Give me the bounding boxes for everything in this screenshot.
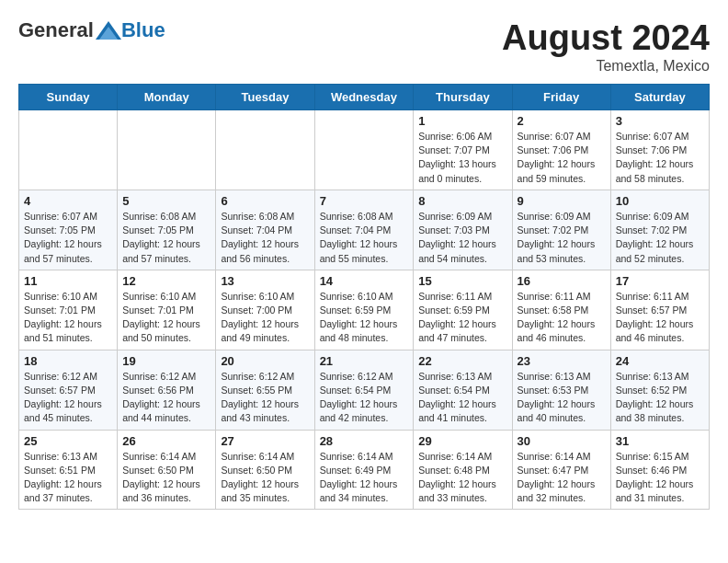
day-info: Sunrise: 6:13 AM Sunset: 6:51 PM Dayligh… [24, 450, 112, 506]
table-row: 21Sunrise: 6:12 AM Sunset: 6:54 PM Dayli… [314, 350, 414, 430]
day-number: 18 [24, 354, 112, 368]
logo-general: General [18, 18, 94, 42]
calendar-week-row: 4Sunrise: 6:07 AM Sunset: 7:05 PM Daylig… [19, 190, 710, 270]
day-info: Sunrise: 6:10 AM Sunset: 6:59 PM Dayligh… [320, 290, 409, 346]
table-row: 24Sunrise: 6:13 AM Sunset: 6:52 PM Dayli… [610, 350, 709, 430]
table-row: 9Sunrise: 6:09 AM Sunset: 7:02 PM Daylig… [512, 190, 610, 270]
day-number: 4 [24, 194, 112, 208]
day-info: Sunrise: 6:07 AM Sunset: 7:06 PM Dayligh… [518, 130, 606, 186]
table-row [216, 110, 314, 190]
weekday-header-friday: Friday [512, 85, 610, 110]
table-row: 5Sunrise: 6:08 AM Sunset: 7:05 PM Daylig… [118, 190, 216, 270]
day-info: Sunrise: 6:11 AM Sunset: 6:58 PM Dayligh… [518, 290, 606, 346]
table-row: 3Sunrise: 6:07 AM Sunset: 7:06 PM Daylig… [610, 110, 709, 190]
day-info: Sunrise: 6:10 AM Sunset: 7:01 PM Dayligh… [24, 290, 112, 346]
table-row [118, 110, 216, 190]
table-row: 7Sunrise: 6:08 AM Sunset: 7:04 PM Daylig… [314, 190, 414, 270]
day-number: 29 [418, 434, 506, 448]
day-number: 28 [320, 434, 409, 448]
table-row: 22Sunrise: 6:13 AM Sunset: 6:54 PM Dayli… [414, 350, 512, 430]
weekday-header-saturday: Saturday [610, 85, 709, 110]
day-number: 9 [518, 194, 606, 208]
day-info: Sunrise: 6:10 AM Sunset: 7:01 PM Dayligh… [122, 290, 210, 346]
day-number: 2 [518, 114, 606, 128]
table-row: 17Sunrise: 6:11 AM Sunset: 6:57 PM Dayli… [610, 270, 709, 350]
logo-blue: Blue [121, 18, 165, 42]
logo: General Blue [18, 18, 165, 42]
title-block: August 2024 Temextla, Mexico [502, 18, 710, 75]
day-info: Sunrise: 6:08 AM Sunset: 7:04 PM Dayligh… [320, 210, 409, 266]
table-row: 10Sunrise: 6:09 AM Sunset: 7:02 PM Dayli… [610, 190, 709, 270]
weekday-header-wednesday: Wednesday [314, 85, 414, 110]
day-number: 26 [122, 434, 210, 448]
day-number: 27 [221, 434, 309, 448]
table-row [19, 110, 118, 190]
day-number: 15 [418, 274, 506, 288]
day-info: Sunrise: 6:12 AM Sunset: 6:54 PM Dayligh… [320, 370, 409, 426]
table-row [314, 110, 414, 190]
table-row: 25Sunrise: 6:13 AM Sunset: 6:51 PM Dayli… [19, 430, 118, 510]
day-number: 10 [616, 194, 704, 208]
calendar-header-row: SundayMondayTuesdayWednesdayThursdayFrid… [19, 85, 710, 110]
table-row: 31Sunrise: 6:15 AM Sunset: 6:46 PM Dayli… [610, 430, 709, 510]
day-info: Sunrise: 6:14 AM Sunset: 6:50 PM Dayligh… [221, 450, 309, 506]
day-number: 20 [221, 354, 309, 368]
day-info: Sunrise: 6:11 AM Sunset: 6:59 PM Dayligh… [418, 290, 506, 346]
day-number: 11 [24, 274, 112, 288]
day-number: 23 [518, 354, 606, 368]
day-info: Sunrise: 6:06 AM Sunset: 7:07 PM Dayligh… [418, 130, 506, 186]
day-info: Sunrise: 6:10 AM Sunset: 7:00 PM Dayligh… [221, 290, 309, 346]
page-location: Temextla, Mexico [502, 58, 710, 75]
calendar-week-row: 18Sunrise: 6:12 AM Sunset: 6:57 PM Dayli… [19, 350, 710, 430]
weekday-header-sunday: Sunday [19, 85, 118, 110]
table-row: 23Sunrise: 6:13 AM Sunset: 6:53 PM Dayli… [512, 350, 610, 430]
table-row: 12Sunrise: 6:10 AM Sunset: 7:01 PM Dayli… [118, 270, 216, 350]
table-row: 8Sunrise: 6:09 AM Sunset: 7:03 PM Daylig… [414, 190, 512, 270]
day-number: 25 [24, 434, 112, 448]
page-header: General Blue August 2024 Temextla, Mexic… [18, 18, 710, 75]
weekday-header-thursday: Thursday [414, 85, 512, 110]
day-number: 31 [616, 434, 704, 448]
table-row: 27Sunrise: 6:14 AM Sunset: 6:50 PM Dayli… [216, 430, 314, 510]
day-number: 30 [518, 434, 606, 448]
table-row: 15Sunrise: 6:11 AM Sunset: 6:59 PM Dayli… [414, 270, 512, 350]
table-row: 29Sunrise: 6:14 AM Sunset: 6:48 PM Dayli… [414, 430, 512, 510]
day-info: Sunrise: 6:15 AM Sunset: 6:46 PM Dayligh… [616, 450, 704, 506]
table-row: 6Sunrise: 6:08 AM Sunset: 7:04 PM Daylig… [216, 190, 314, 270]
weekday-header-tuesday: Tuesday [216, 85, 314, 110]
day-info: Sunrise: 6:14 AM Sunset: 6:49 PM Dayligh… [320, 450, 409, 506]
day-info: Sunrise: 6:09 AM Sunset: 7:02 PM Dayligh… [616, 210, 704, 266]
table-row: 1Sunrise: 6:06 AM Sunset: 7:07 PM Daylig… [414, 110, 512, 190]
day-info: Sunrise: 6:12 AM Sunset: 6:57 PM Dayligh… [24, 370, 112, 426]
day-number: 21 [320, 354, 409, 368]
day-info: Sunrise: 6:14 AM Sunset: 6:47 PM Dayligh… [518, 450, 606, 506]
day-number: 1 [418, 114, 506, 128]
day-number: 5 [122, 194, 210, 208]
calendar-week-row: 1Sunrise: 6:06 AM Sunset: 7:07 PM Daylig… [19, 110, 710, 190]
table-row: 2Sunrise: 6:07 AM Sunset: 7:06 PM Daylig… [512, 110, 610, 190]
day-number: 22 [418, 354, 506, 368]
table-row: 18Sunrise: 6:12 AM Sunset: 6:57 PM Dayli… [19, 350, 118, 430]
day-info: Sunrise: 6:12 AM Sunset: 6:55 PM Dayligh… [221, 370, 309, 426]
day-number: 12 [122, 274, 210, 288]
table-row: 26Sunrise: 6:14 AM Sunset: 6:50 PM Dayli… [118, 430, 216, 510]
table-row: 13Sunrise: 6:10 AM Sunset: 7:00 PM Dayli… [216, 270, 314, 350]
day-number: 24 [616, 354, 704, 368]
day-number: 19 [122, 354, 210, 368]
day-info: Sunrise: 6:09 AM Sunset: 7:02 PM Dayligh… [518, 210, 606, 266]
day-number: 17 [616, 274, 704, 288]
day-info: Sunrise: 6:09 AM Sunset: 7:03 PM Dayligh… [418, 210, 506, 266]
logo-icon [96, 21, 121, 40]
day-number: 6 [221, 194, 309, 208]
day-number: 3 [616, 114, 704, 128]
day-info: Sunrise: 6:13 AM Sunset: 6:54 PM Dayligh… [418, 370, 506, 426]
day-number: 16 [518, 274, 606, 288]
day-info: Sunrise: 6:08 AM Sunset: 7:04 PM Dayligh… [221, 210, 309, 266]
page-title: August 2024 [502, 18, 710, 58]
calendar-week-row: 11Sunrise: 6:10 AM Sunset: 7:01 PM Dayli… [19, 270, 710, 350]
day-info: Sunrise: 6:14 AM Sunset: 6:50 PM Dayligh… [122, 450, 210, 506]
table-row: 16Sunrise: 6:11 AM Sunset: 6:58 PM Dayli… [512, 270, 610, 350]
day-info: Sunrise: 6:08 AM Sunset: 7:05 PM Dayligh… [122, 210, 210, 266]
day-info: Sunrise: 6:12 AM Sunset: 6:56 PM Dayligh… [122, 370, 210, 426]
table-row: 14Sunrise: 6:10 AM Sunset: 6:59 PM Dayli… [314, 270, 414, 350]
